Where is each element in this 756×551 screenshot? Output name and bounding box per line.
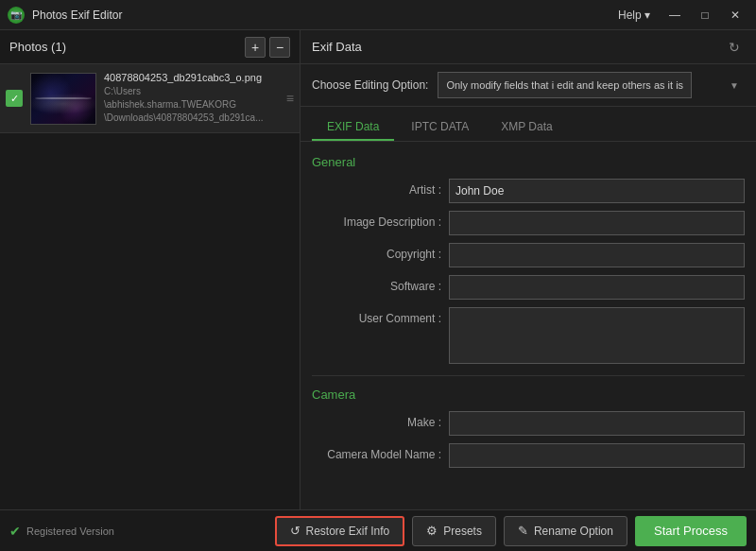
- section-divider: [312, 375, 745, 376]
- photo-path: C:\Users \abhishek.sharma.TWEAKORG \Down…: [104, 85, 279, 125]
- artist-label: Artist :: [312, 179, 449, 197]
- rename-option-button[interactable]: ✎ Rename Option: [504, 516, 627, 546]
- presets-button[interactable]: ⚙ Presets: [412, 516, 496, 546]
- photos-title: Photos (1): [9, 40, 66, 54]
- header-buttons: + −: [245, 37, 290, 58]
- photo-checkbox[interactable]: ✓: [6, 90, 23, 107]
- presets-icon: ⚙: [426, 524, 438, 538]
- app-icon: 📷: [8, 7, 25, 24]
- add-photo-button[interactable]: +: [245, 37, 266, 58]
- copyright-field-row: Copyright :: [312, 243, 745, 267]
- make-field-row: Make :: [312, 411, 745, 436]
- make-input[interactable]: [449, 411, 745, 436]
- general-section-title: General: [312, 155, 745, 169]
- user-comment-textarea[interactable]: [449, 307, 745, 364]
- image-description-label: Image Description :: [312, 211, 449, 229]
- maximize-button[interactable]: □: [692, 5, 718, 26]
- status-area: ✔ Registered Version: [9, 524, 161, 539]
- exif-title: Exif Data: [312, 40, 362, 54]
- close-button[interactable]: ✕: [722, 5, 748, 26]
- status-text: Registered Version: [26, 525, 114, 537]
- image-description-field-row: Image Description :: [312, 211, 745, 235]
- photo-menu-icon[interactable]: ≡: [286, 91, 294, 106]
- make-label: Make :: [312, 411, 449, 429]
- camera-model-field-row: Camera Model Name :: [312, 443, 745, 468]
- title-bar-left: 📷 Photos Exif Editor: [8, 7, 122, 24]
- tab-exif-data[interactable]: EXIF Data: [312, 114, 394, 141]
- copyright-label: Copyright :: [312, 243, 449, 261]
- restore-exif-button[interactable]: ↺ Restore Exif Info: [275, 516, 405, 546]
- right-panel: Exif Data ↻ Choose Editing Option: Only …: [301, 30, 756, 509]
- rename-icon: ✎: [518, 524, 528, 538]
- select-arrow-icon: ▼: [730, 80, 739, 91]
- user-comment-field-row: User Comment :: [312, 307, 745, 364]
- restore-icon: ↺: [290, 524, 301, 538]
- refresh-button[interactable]: ↻: [724, 37, 745, 58]
- software-label: Software :: [312, 275, 449, 293]
- help-button[interactable]: Help ▾: [610, 7, 658, 24]
- editing-option-label: Choose Editing Option:: [312, 78, 428, 92]
- exif-header: Exif Data ↻: [301, 30, 756, 64]
- app-title: Photos Exif Editor: [32, 9, 122, 22]
- tabs-row: EXIF Data IPTC DATA XMP Data: [301, 107, 756, 142]
- photo-thumbnail: [30, 73, 96, 125]
- content-area: General Artist : Image Description : Cop…: [301, 142, 756, 509]
- photo-info: 40878804253_db291cabc3_o.png C:\Users \a…: [104, 72, 279, 125]
- start-process-label: Start Process: [654, 524, 728, 538]
- artist-input[interactable]: [449, 179, 745, 203]
- start-process-button[interactable]: Start Process: [635, 516, 747, 546]
- presets-label: Presets: [443, 525, 482, 538]
- left-panel: Photos (1) + − ✓ 40878804253_db291cabc3_…: [0, 30, 301, 509]
- title-bar: 📷 Photos Exif Editor Help ▾ — □ ✕: [0, 0, 756, 30]
- copyright-input[interactable]: [449, 243, 745, 267]
- camera-model-label: Camera Model Name :: [312, 443, 449, 461]
- photo-filename: 40878804253_db291cabc3_o.png: [104, 72, 279, 83]
- bottom-bar: ✔ Registered Version ↺ Restore Exif Info…: [0, 509, 756, 551]
- image-description-input[interactable]: [449, 211, 745, 235]
- software-input[interactable]: [449, 275, 745, 300]
- title-bar-right: Help ▾ — □ ✕: [610, 5, 748, 26]
- software-field-row: Software :: [312, 275, 745, 300]
- photos-header: Photos (1) + −: [0, 30, 300, 64]
- tab-xmp-data[interactable]: XMP Data: [486, 114, 567, 141]
- main-container: Photos (1) + − ✓ 40878804253_db291cabc3_…: [0, 30, 756, 509]
- remove-photo-button[interactable]: −: [269, 37, 290, 58]
- status-icon: ✔: [9, 524, 21, 539]
- editing-option-wrapper: Only modify fields that i edit and keep …: [438, 72, 745, 98]
- minimize-button[interactable]: —: [662, 5, 688, 26]
- editing-option-row: Choose Editing Option: Only modify field…: [301, 64, 756, 107]
- photo-item[interactable]: ✓ 40878804253_db291cabc3_o.png C:\Users …: [0, 64, 300, 133]
- restore-label: Restore Exif Info: [306, 525, 390, 538]
- artist-field-row: Artist :: [312, 179, 745, 203]
- tab-iptc-data[interactable]: IPTC DATA: [396, 114, 484, 141]
- editing-option-select[interactable]: Only modify fields that i edit and keep …: [438, 72, 692, 98]
- rename-label: Rename Option: [534, 525, 613, 538]
- camera-section-title: Camera: [312, 387, 745, 402]
- user-comment-label: User Comment :: [312, 307, 449, 325]
- photo-thumbnail-image: [31, 74, 95, 124]
- camera-model-input[interactable]: [449, 443, 745, 468]
